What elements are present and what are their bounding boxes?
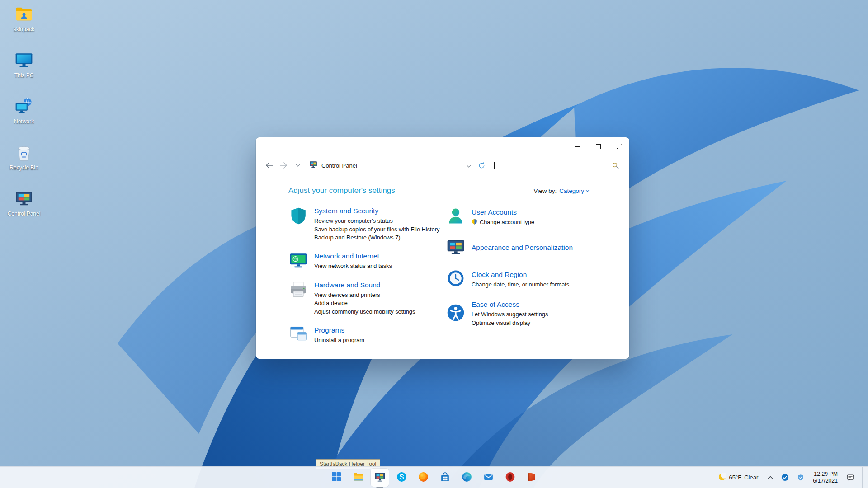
accessibility-icon[interactable]: [446, 303, 466, 324]
desktop-icon-network[interactable]: Network: [5, 97, 43, 136]
address-dropdown-chevron-icon[interactable]: [467, 161, 471, 169]
category-link[interactable]: Review your computer's status: [314, 217, 439, 225]
category-title[interactable]: Network and Internet: [314, 251, 392, 261]
control-panel-small-icon: [309, 160, 317, 170]
notification-center-button[interactable]: [845, 472, 856, 483]
category-link[interactable]: Save backup copies of your files with Fi…: [314, 225, 439, 234]
monitor-icon: [14, 51, 33, 71]
category-programs: Programs Uninstall a program: [288, 324, 446, 346]
skype-button[interactable]: [392, 469, 410, 487]
chevron-up-icon: [768, 476, 773, 479]
file-explorer-button[interactable]: [349, 469, 367, 487]
category-link[interactable]: Change date, time, or number formats: [472, 281, 569, 289]
category-title[interactable]: Clock and Region: [472, 270, 569, 279]
desktop-icon-label: Control Panel: [8, 211, 41, 217]
blue-check-circle-tray-icon[interactable]: [780, 472, 790, 483]
show-desktop-button[interactable]: [862, 467, 864, 488]
category-clock-and-region: Clock and Region Change date, time, or n…: [446, 268, 611, 290]
category-title[interactable]: Appearance and Personalization: [472, 243, 573, 252]
firefox-button[interactable]: [414, 469, 432, 487]
category-link[interactable]: View network status and tasks: [314, 262, 392, 271]
taskbar: 65°F Clear 12:29 PM 6/17/2021: [0, 466, 868, 488]
desktop-icon-label: This PC: [14, 73, 34, 79]
desktop-icon-recycle-bin[interactable]: Recycle Bin: [5, 143, 43, 183]
category-link[interactable]: Change account type: [480, 218, 534, 227]
desktop-icon-control-panel[interactable]: Control Panel: [5, 189, 43, 229]
control-panel-icon: [374, 471, 386, 484]
refresh-icon[interactable]: [475, 159, 488, 172]
back-button[interactable]: [262, 159, 276, 172]
desktop-icon-skinpack[interactable]: skinpack: [5, 5, 43, 44]
desktop-icon-this-pc[interactable]: This PC: [5, 51, 43, 90]
tray-overflow-button[interactable]: [766, 474, 774, 481]
desktop-icon-label: skinpack: [14, 27, 35, 33]
skype-icon: [396, 471, 407, 484]
category-link[interactable]: Let Windows suggest settings: [472, 310, 548, 319]
envelope-icon: [483, 471, 494, 484]
programs-icon[interactable]: [288, 324, 308, 346]
desktop-icon-label: Network: [14, 119, 34, 125]
category-link[interactable]: Uninstall a program: [314, 336, 364, 345]
control-panel-window: Control Panel Adjust your computer's set…: [256, 137, 629, 359]
close-button[interactable]: [609, 137, 629, 155]
category-link[interactable]: Adjust commonly used mobility settings: [314, 308, 415, 316]
edge-button[interactable]: [458, 469, 476, 487]
network-monitor-icon[interactable]: [288, 250, 308, 272]
printer-icon[interactable]: [288, 280, 308, 302]
minimize-button[interactable]: [567, 137, 588, 155]
maximize-button[interactable]: [588, 137, 609, 155]
control-panel-taskbar-button[interactable]: [371, 469, 389, 487]
category-title[interactable]: Hardware and Sound: [314, 280, 415, 290]
view-by-control: View by: Category: [533, 188, 590, 194]
firefox-icon: [418, 471, 429, 484]
recent-pages-chevron-icon[interactable]: [291, 159, 305, 172]
opera-button[interactable]: [501, 469, 519, 487]
category-link[interactable]: Optimize visual display: [472, 319, 548, 328]
category-title[interactable]: Ease of Access: [472, 300, 548, 309]
category-title[interactable]: Programs: [314, 325, 364, 335]
category-link[interactable]: Add a device: [314, 299, 415, 308]
display-tiles-icon[interactable]: [446, 237, 466, 259]
folder-icon: [14, 5, 33, 25]
search-input[interactable]: [489, 158, 608, 173]
category-user-accounts: User Accounts Change account type: [446, 206, 611, 228]
notification-icon: [846, 474, 854, 482]
address-bar[interactable]: Control Panel: [306, 158, 474, 173]
weather-widget[interactable]: 65°F Clear: [715, 471, 761, 484]
view-by-selector[interactable]: Category: [559, 188, 590, 194]
mail-button[interactable]: [479, 469, 497, 487]
category-title[interactable]: User Accounts: [472, 207, 534, 217]
office-icon: [526, 471, 538, 484]
network-globe-icon: [14, 97, 33, 117]
clock-widget[interactable]: 12:29 PM 6/17/2021: [811, 469, 840, 486]
uac-shield-icon: [472, 218, 477, 226]
window-titlebar[interactable]: [256, 137, 629, 155]
shield-icon[interactable]: [288, 206, 308, 228]
desktop-icon-column: skinpack This PC Net: [5, 5, 43, 229]
category-ease-of-access: Ease of Access Let Windows suggest setti…: [446, 300, 611, 327]
category-title[interactable]: System and Security: [314, 206, 439, 216]
user-icon[interactable]: [446, 206, 466, 228]
navigation-toolbar: Control Panel: [256, 155, 629, 175]
category-link[interactable]: Backup and Restore (Windows 7): [314, 234, 439, 242]
system-tray: 65°F Clear 12:29 PM 6/17/2021: [715, 467, 864, 488]
weather-condition: Clear: [744, 474, 758, 481]
shield-tray-icon[interactable]: [796, 473, 806, 483]
control-panel-icon: [14, 189, 33, 210]
folder-icon: [353, 471, 364, 484]
page-title: Adjust your computer's settings: [288, 186, 395, 195]
forward-button[interactable]: [277, 159, 290, 172]
start-button[interactable]: [327, 469, 345, 487]
moon-icon: [718, 473, 726, 483]
category-network-and-internet: Network and Internet View network status…: [288, 250, 446, 272]
text-caret: [494, 162, 495, 169]
microsoft-store-button[interactable]: [436, 469, 454, 487]
edge-icon: [461, 471, 472, 484]
category-hardware-and-sound: Hardware and Sound View devices and prin…: [288, 280, 446, 316]
clock-icon[interactable]: [446, 268, 466, 290]
tray-date: 6/17/2021: [813, 478, 838, 484]
category-link[interactable]: View devices and printers: [314, 291, 415, 300]
search-icon[interactable]: [609, 159, 622, 172]
chevron-down-icon: [585, 190, 590, 192]
office-button[interactable]: [523, 469, 541, 487]
